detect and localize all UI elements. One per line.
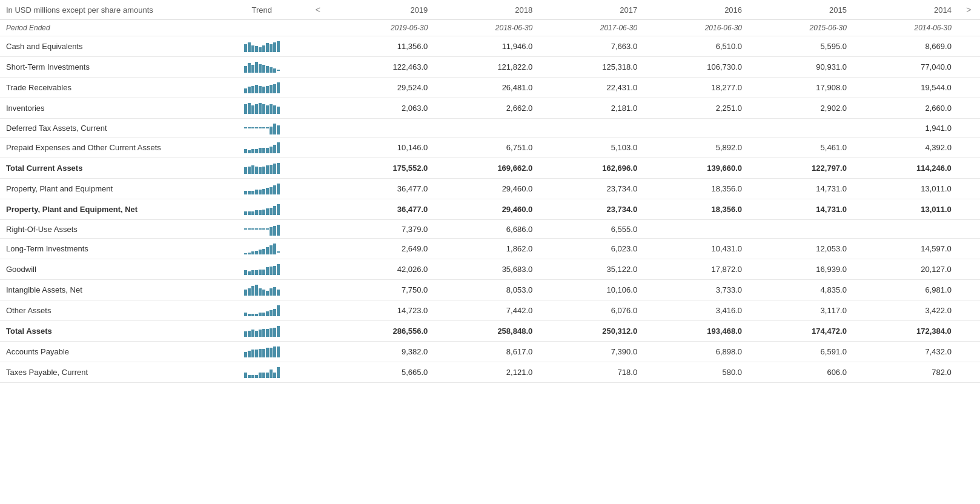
cell-value: 19,544.0: [853, 78, 958, 98]
cell-value: 17,872.0: [643, 259, 748, 280]
cell-value: 20,127.0: [853, 259, 958, 280]
cell-value: 42,026.0: [329, 259, 434, 280]
table-row: Prepaid Expenses and Other Current Asset…: [0, 138, 980, 158]
year-2014-header: 2014: [853, 0, 958, 20]
trend-chart: [217, 36, 306, 57]
cell-value: 90,931.0: [748, 57, 853, 78]
cell-value: 18,356.0: [643, 179, 748, 199]
cell-value: 8,617.0: [434, 342, 538, 362]
cell-value: 175,552.0: [329, 158, 434, 179]
cell-value: 5,103.0: [538, 138, 643, 158]
cell-value: 7,432.0: [853, 342, 958, 362]
table-description: In USD millions except per share amounts: [0, 0, 217, 20]
row-label: Trade Receivables: [0, 78, 217, 98]
cell-value: 7,390.0: [538, 342, 643, 362]
cell-value: 1,862.0: [434, 239, 538, 259]
trend-chart: [217, 280, 306, 300]
cell-value: 122,463.0: [329, 57, 434, 78]
cell-value: 2,660.0: [853, 98, 958, 119]
trend-chart: [217, 300, 306, 321]
table-row: Other Assets14,723.07,442.06,076.03,416.…: [0, 300, 980, 321]
trend-chart: [217, 362, 306, 383]
cell-value: 2,121.0: [434, 362, 538, 383]
table-row: Short-Term Investments122,463.0121,822.0…: [0, 57, 980, 78]
period-date-3: 2016-06-30: [643, 20, 748, 36]
trend-chart: [217, 179, 306, 199]
row-label: Right-Of-Use Assets: [0, 220, 217, 239]
table-row: Cash and Equivalents11,356.011,946.07,66…: [0, 36, 980, 57]
cell-value: 77,040.0: [853, 57, 958, 78]
row-label: Goodwill: [0, 259, 217, 280]
trend-chart: [217, 119, 306, 138]
cell-value: 29,460.0: [434, 199, 538, 220]
cell-value: 5,461.0: [748, 138, 853, 158]
cell-value: [643, 220, 748, 239]
cell-value: 36,477.0: [329, 179, 434, 199]
cell-value: 6,510.0: [643, 36, 748, 57]
trend-chart: [217, 220, 306, 239]
nav-right-button[interactable]: >: [958, 0, 980, 20]
period-date-2: 2017-06-30: [538, 20, 643, 36]
trend-header: Trend: [217, 0, 306, 20]
table-row: Total Assets286,556.0258,848.0250,312.01…: [0, 321, 980, 342]
cell-value: [434, 119, 538, 138]
cell-value: 12,053.0: [748, 239, 853, 259]
cell-value: 23,734.0: [538, 199, 643, 220]
cell-value: 174,472.0: [748, 321, 853, 342]
row-label: Cash and Equivalents: [0, 36, 217, 57]
year-2019-header: 2019: [329, 0, 434, 20]
trend-chart: [217, 259, 306, 280]
row-label: Intangible Assets, Net: [0, 280, 217, 300]
cell-value: 23,734.0: [538, 179, 643, 199]
year-2016-header: 2016: [643, 0, 748, 20]
cell-value: 2,662.0: [434, 98, 538, 119]
cell-value: 2,251.0: [643, 98, 748, 119]
financial-table: In USD millions except per share amounts…: [0, 0, 980, 383]
row-label: Other Assets: [0, 300, 217, 321]
row-label: Total Assets: [0, 321, 217, 342]
table-row: Long-Term Investments2,649.01,862.06,023…: [0, 239, 980, 259]
cell-value: 7,750.0: [329, 280, 434, 300]
table-row: Property, Plant and Equipment, Net36,477…: [0, 199, 980, 220]
cell-value: 580.0: [643, 362, 748, 383]
cell-value: 6,981.0: [853, 280, 958, 300]
period-row: Period Ended2019-06-302018-06-302017-06-…: [0, 20, 980, 36]
cell-value: 6,076.0: [538, 300, 643, 321]
period-date-1: 2018-06-30: [434, 20, 538, 36]
period-date-5: 2014-06-30: [853, 20, 958, 36]
cell-value: [748, 119, 853, 138]
cell-value: 13,011.0: [853, 179, 958, 199]
cell-value: 4,835.0: [748, 280, 853, 300]
cell-value: 169,662.0: [434, 158, 538, 179]
year-2018-header: 2018: [434, 0, 538, 20]
cell-value: 36,477.0: [329, 199, 434, 220]
nav-left-button[interactable]: <: [306, 0, 329, 20]
trend-chart: [217, 342, 306, 362]
cell-value: 14,731.0: [748, 179, 853, 199]
cell-value: 10,106.0: [538, 280, 643, 300]
row-label: Property, Plant and Equipment, Net: [0, 199, 217, 220]
row-label: Short-Term Investments: [0, 57, 217, 78]
row-label: Accounts Payable: [0, 342, 217, 362]
period-date-0: 2019-06-30: [329, 20, 434, 36]
cell-value: 2,649.0: [329, 239, 434, 259]
cell-value: 9,382.0: [329, 342, 434, 362]
table-row: Deferred Tax Assets, Current1,941.0: [0, 119, 980, 138]
header-row: In USD millions except per share amounts…: [0, 0, 980, 20]
year-2017-header: 2017: [538, 0, 643, 20]
cell-value: 35,122.0: [538, 259, 643, 280]
row-label: Long-Term Investments: [0, 239, 217, 259]
cell-value: 5,595.0: [748, 36, 853, 57]
cell-value: 193,468.0: [643, 321, 748, 342]
cell-value: 3,416.0: [643, 300, 748, 321]
cell-value: 6,023.0: [538, 239, 643, 259]
cell-value: 3,422.0: [853, 300, 958, 321]
cell-value: 114,246.0: [853, 158, 958, 179]
row-label: Total Current Assets: [0, 158, 217, 179]
cell-value: 11,946.0: [434, 36, 538, 57]
cell-value: 7,663.0: [538, 36, 643, 57]
cell-value: 22,431.0: [538, 78, 643, 98]
trend-chart: [217, 321, 306, 342]
cell-value: 4,392.0: [853, 138, 958, 158]
trend-chart: [217, 138, 306, 158]
